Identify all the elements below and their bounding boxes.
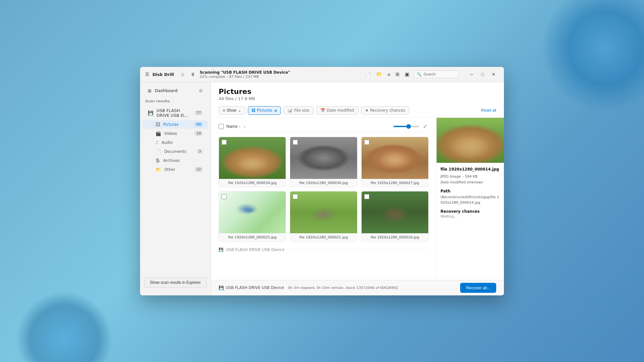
videos-label: Videos <box>164 131 191 136</box>
image-card-4[interactable]: file 1920x1280_000025.jpg <box>219 191 286 242</box>
app-window: ☰ Disk Drill ⌂ ⏸ Scanning "USB FLASH DRI… <box>140 67 504 295</box>
pause-button[interactable]: ⏸ <box>189 70 197 79</box>
documents-badge: 3 <box>197 149 203 154</box>
maximize-button[interactable]: □ <box>478 69 488 79</box>
pictures-filter-icon: 🖼 <box>251 108 255 113</box>
pictures-filter-close[interactable]: × <box>274 108 278 113</box>
pictures-label: Pictures <box>163 122 191 127</box>
sidebar-item-pictures[interactable]: 🖼 Pictures 44 <box>143 120 208 129</box>
show-explorer-button[interactable]: Show scan results in Explorer <box>144 277 207 288</box>
preview-filename: file 1920x1280_000014.jpg <box>440 167 500 172</box>
dashboard-label: Dashboard <box>155 88 178 93</box>
preview-image-area <box>437 118 504 163</box>
hamburger-icon[interactable]: ☰ <box>145 72 149 77</box>
sidebar-item-archives[interactable]: 🗜 Archives <box>143 156 208 165</box>
documents-icon: 📄 <box>156 149 161 154</box>
preview-image <box>437 118 504 163</box>
card-1-image <box>219 137 286 179</box>
other-icon: 📁 <box>156 167 161 172</box>
pictures-filter-tag[interactable]: 🖼 Pictures × <box>248 106 281 115</box>
select-all-checkbox[interactable] <box>219 124 224 129</box>
search-box[interactable]: 🔍 <box>414 70 459 78</box>
preview-meta: JPEG Image – 594 KB Date modified Unknow… <box>440 174 500 185</box>
usb-drive-icon: 💾 <box>148 110 153 116</box>
folder-view-button[interactable]: 📁 <box>374 70 384 79</box>
status-drive-label: USB FLASH DRIVE USB Device <box>226 285 284 290</box>
image-card-1[interactable]: file 1920x1280_000034.jpg <box>219 137 286 187</box>
show-chevron-icon: ⌄ <box>238 108 241 113</box>
card-6-image <box>362 191 428 233</box>
sidebar-item-documents[interactable]: 📄 Documents 3 <box>143 147 208 156</box>
show-filter-label: Show <box>227 108 236 113</box>
card-5-name: file 1920x1280_000021.jpg <box>290 233 357 241</box>
card-6-checkbox[interactable] <box>364 194 369 199</box>
card-3-checkbox[interactable] <box>364 140 369 145</box>
date-modified-filter[interactable]: 📅 Date modified <box>316 106 358 115</box>
date-icon: 📅 <box>320 108 325 113</box>
drive-divider: 💾 USB FLASH DRIVE USB Device <box>211 246 436 254</box>
card-2-checkbox[interactable] <box>293 140 298 145</box>
scan-info: Scanning "USB FLASH DRIVE USB Device" 22… <box>200 70 360 79</box>
zoom-slider-area: ⤢ <box>393 122 429 131</box>
zoom-slider[interactable] <box>393 126 419 127</box>
pictures-icon: 🖼 <box>156 122 160 127</box>
sidebar-item-usb[interactable]: 💾 USB FLASH DRIVE USB D... 77 <box>143 106 208 120</box>
home-button[interactable]: ⌂ <box>179 70 186 79</box>
scan-results-label: Scan results <box>140 98 211 106</box>
recovery-chances-label: Recovery chances <box>370 108 405 113</box>
image-card-3[interactable]: file 1920x1280_000027.jpg <box>361 137 429 187</box>
reset-all-button[interactable]: Reset all <box>481 107 496 114</box>
window-controls: ─ □ ✕ <box>467 69 499 79</box>
sidebar-item-other[interactable]: 📁 Other 22 <box>143 165 208 174</box>
image-card-5[interactable]: file 1920x1280_000021.jpg <box>290 191 357 242</box>
main-layout: ⊞ Dashboard ⚙ Scan results 💾 USB FLASH D… <box>140 82 504 295</box>
image-card-2[interactable]: file 1920x1280_000030.jpg <box>290 137 357 187</box>
status-time: 0h 3m elapsed, 0h 10m remain, block 1357… <box>288 286 456 290</box>
app-title: Disk Drill <box>153 72 174 77</box>
other-badge: 22 <box>194 167 203 172</box>
list-view-button[interactable]: ≡ <box>385 70 392 79</box>
pictures-badge: 44 <box>194 122 203 127</box>
usb-badge: 77 <box>194 110 203 115</box>
dashboard-icon: ⊞ <box>148 88 152 93</box>
image-grid-area: Name ↑ ⌄ ⤢ <box>211 118 436 280</box>
expand-button[interactable]: ⤢ <box>422 122 429 131</box>
status-bar: 💾 USB FLASH DRIVE USB Device 0h 3m elaps… <box>211 280 504 295</box>
recover-all-button[interactable]: Recover all... <box>460 283 496 293</box>
doc-view-button[interactable]: 📄 <box>363 70 373 79</box>
search-input[interactable] <box>423 72 456 77</box>
card-6-name: file 1920x1280_000018.jpg <box>362 233 428 241</box>
card-5-image <box>290 191 357 233</box>
card-2-image <box>290 137 357 179</box>
preview-date-label: Date modified <box>440 180 467 184</box>
grid-view-button[interactable]: ⊞ <box>393 70 402 79</box>
videos-badge: 18 <box>194 131 203 136</box>
sort-bar: Name ↑ ⌄ ⤢ <box>211 120 436 133</box>
card-5-checkbox[interactable] <box>293 194 298 199</box>
card-3-image <box>362 137 428 179</box>
star-icon: ★ <box>365 108 369 113</box>
card-4-checkbox[interactable] <box>222 194 227 199</box>
preview-recovery-value: Waiting... <box>440 214 500 218</box>
sort-dropdown-icon[interactable]: ⌄ <box>243 124 246 128</box>
preview-path-label: Path <box>440 189 500 193</box>
pane-view-button[interactable]: ▣ <box>403 70 411 79</box>
card-2-name: file 1920x1280_000030.jpg <box>290 179 357 187</box>
image-card-6[interactable]: file 1920x1280_000018.jpg <box>361 191 429 242</box>
pictures-filter-label: Pictures <box>257 108 272 113</box>
card-1-checkbox[interactable] <box>222 140 227 145</box>
sort-by-name-button[interactable]: Name ↑ <box>226 124 241 129</box>
image-grid: file 1920x1280_000034.jpg file 1920x1280… <box>211 133 436 246</box>
minimize-button[interactable]: ─ <box>467 69 477 79</box>
show-filter-button[interactable]: ≡ Show ⌄ <box>219 106 245 115</box>
sidebar-dashboard[interactable]: ⊞ Dashboard ⚙ <box>143 86 208 95</box>
preview-date-value: Unknown <box>467 180 483 184</box>
sidebar-item-audio[interactable]: ♪ Audio <box>143 138 208 147</box>
file-size-filter[interactable]: 📊 File size <box>283 106 313 115</box>
sort-arrow-icon: ↑ <box>239 125 241 128</box>
sidebar-item-videos[interactable]: 🎬 Videos 18 <box>143 129 208 138</box>
close-button[interactable]: ✕ <box>488 69 499 79</box>
name-sort-label: Name <box>226 124 238 129</box>
sidebar: ⊞ Dashboard ⚙ Scan results 💾 USB FLASH D… <box>140 82 211 295</box>
recovery-chances-filter[interactable]: ★ Recovery chances <box>361 106 410 115</box>
